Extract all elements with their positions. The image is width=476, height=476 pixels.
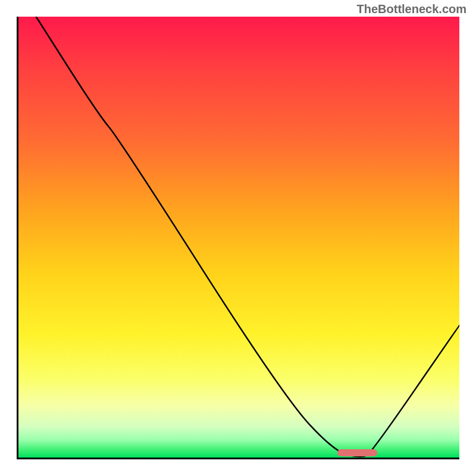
chart-plot-area xyxy=(17,17,459,459)
optimal-range-marker xyxy=(337,449,377,456)
bottleneck-curve-line xyxy=(18,17,459,458)
watermark-text: TheBottleneck.com xyxy=(357,2,466,16)
